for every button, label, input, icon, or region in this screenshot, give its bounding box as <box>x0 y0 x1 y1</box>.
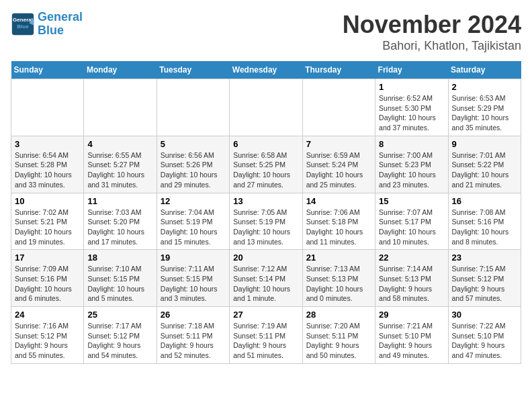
day-info: Sunrise: 7:03 AM Sunset: 5:20 PM Dayligh… <box>87 208 152 247</box>
day-number: 16 <box>452 196 517 206</box>
day-info: Sunrise: 7:15 AM Sunset: 5:12 PM Dayligh… <box>452 264 517 304</box>
calendar-cell: 14Sunrise: 7:06 AM Sunset: 5:18 PM Dayli… <box>302 193 375 250</box>
header: General Blue General Blue November 2024 … <box>11 11 521 53</box>
day-number: 13 <box>233 196 298 206</box>
day-number: 10 <box>15 196 80 206</box>
day-number: 3 <box>15 139 80 149</box>
calendar-cell: 11Sunrise: 7:03 AM Sunset: 5:20 PM Dayli… <box>84 193 157 250</box>
day-info: Sunrise: 7:14 AM Sunset: 5:13 PM Dayligh… <box>379 264 444 304</box>
day-header: Saturday <box>448 61 521 79</box>
day-header: Monday <box>84 61 157 79</box>
calendar-cell: 16Sunrise: 7:08 AM Sunset: 5:16 PM Dayli… <box>448 193 521 250</box>
calendar-cell: 10Sunrise: 7:02 AM Sunset: 5:21 PM Dayli… <box>11 193 84 250</box>
calendar-cell: 24Sunrise: 7:16 AM Sunset: 5:12 PM Dayli… <box>11 307 84 364</box>
day-number: 22 <box>379 253 444 263</box>
day-number: 8 <box>379 139 444 149</box>
day-info: Sunrise: 6:58 AM Sunset: 5:25 PM Dayligh… <box>233 150 298 190</box>
day-info: Sunrise: 7:16 AM Sunset: 5:12 PM Dayligh… <box>15 321 80 361</box>
calendar-cell: 9Sunrise: 7:01 AM Sunset: 5:22 PM Daylig… <box>448 136 521 193</box>
calendar-cell <box>302 79 375 136</box>
calendar-cell: 13Sunrise: 7:05 AM Sunset: 5:19 PM Dayli… <box>230 193 302 250</box>
day-number: 14 <box>306 196 371 206</box>
day-number: 18 <box>87 253 152 263</box>
day-header: Wednesday <box>230 61 302 79</box>
day-header: Sunday <box>11 61 84 79</box>
day-info: Sunrise: 7:20 AM Sunset: 5:11 PM Dayligh… <box>306 321 371 361</box>
calendar-week-row: 1Sunrise: 6:52 AM Sunset: 5:30 PM Daylig… <box>11 79 521 136</box>
day-number: 15 <box>379 196 444 206</box>
day-info: Sunrise: 7:01 AM Sunset: 5:22 PM Dayligh… <box>452 150 517 190</box>
calendar-cell: 4Sunrise: 6:55 AM Sunset: 5:27 PM Daylig… <box>84 136 157 193</box>
calendar-cell: 26Sunrise: 7:18 AM Sunset: 5:11 PM Dayli… <box>157 307 229 364</box>
day-info: Sunrise: 7:10 AM Sunset: 5:15 PM Dayligh… <box>87 264 152 304</box>
calendar-cell: 21Sunrise: 7:13 AM Sunset: 5:13 PM Dayli… <box>302 250 375 307</box>
calendar-cell: 22Sunrise: 7:14 AM Sunset: 5:13 PM Dayli… <box>375 250 448 307</box>
logo-icon: General Blue <box>11 12 35 36</box>
day-number: 28 <box>306 310 371 320</box>
day-info: Sunrise: 7:00 AM Sunset: 5:23 PM Dayligh… <box>379 150 444 190</box>
calendar-cell: 29Sunrise: 7:21 AM Sunset: 5:10 PM Dayli… <box>375 307 448 364</box>
logo-text: General Blue <box>38 11 83 38</box>
calendar-cell: 1Sunrise: 6:52 AM Sunset: 5:30 PM Daylig… <box>375 79 448 136</box>
calendar-cell: 3Sunrise: 6:54 AM Sunset: 5:28 PM Daylig… <box>11 136 84 193</box>
calendar-table: SundayMondayTuesdayWednesdayThursdayFrid… <box>11 61 521 364</box>
calendar-week-row: 10Sunrise: 7:02 AM Sunset: 5:21 PM Dayli… <box>11 193 521 250</box>
day-info: Sunrise: 7:05 AM Sunset: 5:19 PM Dayligh… <box>233 208 298 247</box>
day-number: 4 <box>87 139 152 149</box>
logo: General Blue General Blue <box>11 11 83 38</box>
day-number: 12 <box>161 196 226 206</box>
calendar-cell: 30Sunrise: 7:22 AM Sunset: 5:10 PM Dayli… <box>448 307 521 364</box>
day-info: Sunrise: 7:13 AM Sunset: 5:13 PM Dayligh… <box>306 264 371 304</box>
calendar-cell: 5Sunrise: 6:56 AM Sunset: 5:26 PM Daylig… <box>157 136 229 193</box>
day-info: Sunrise: 7:18 AM Sunset: 5:11 PM Dayligh… <box>161 321 226 361</box>
logo-line1: General <box>38 10 83 24</box>
logo-line2: Blue <box>38 24 64 37</box>
calendar-week-row: 3Sunrise: 6:54 AM Sunset: 5:28 PM Daylig… <box>11 136 521 193</box>
svg-text:General: General <box>13 17 33 23</box>
day-info: Sunrise: 7:07 AM Sunset: 5:17 PM Dayligh… <box>379 208 444 247</box>
day-info: Sunrise: 7:04 AM Sunset: 5:19 PM Dayligh… <box>161 208 226 247</box>
calendar-cell: 20Sunrise: 7:12 AM Sunset: 5:14 PM Dayli… <box>230 250 302 307</box>
day-number: 2 <box>452 82 517 92</box>
calendar-cell: 27Sunrise: 7:19 AM Sunset: 5:11 PM Dayli… <box>230 307 302 364</box>
calendar-cell: 8Sunrise: 7:00 AM Sunset: 5:23 PM Daylig… <box>375 136 448 193</box>
day-number: 11 <box>87 196 152 206</box>
day-info: Sunrise: 7:12 AM Sunset: 5:14 PM Dayligh… <box>233 264 298 304</box>
calendar-cell: 19Sunrise: 7:11 AM Sunset: 5:15 PM Dayli… <box>157 250 229 307</box>
day-info: Sunrise: 6:53 AM Sunset: 5:29 PM Dayligh… <box>452 93 517 133</box>
day-info: Sunrise: 7:09 AM Sunset: 5:16 PM Dayligh… <box>15 264 80 304</box>
day-number: 19 <box>161 253 226 263</box>
svg-text:Blue: Blue <box>17 24 29 30</box>
calendar-body: 1Sunrise: 6:52 AM Sunset: 5:30 PM Daylig… <box>11 79 521 364</box>
calendar-cell: 15Sunrise: 7:07 AM Sunset: 5:17 PM Dayli… <box>375 193 448 250</box>
day-number: 27 <box>233 310 298 320</box>
calendar-week-row: 17Sunrise: 7:09 AM Sunset: 5:16 PM Dayli… <box>11 250 521 307</box>
day-number: 7 <box>306 139 371 149</box>
day-info: Sunrise: 7:08 AM Sunset: 5:16 PM Dayligh… <box>452 208 517 247</box>
calendar-cell <box>230 79 302 136</box>
calendar-cell: 12Sunrise: 7:04 AM Sunset: 5:19 PM Dayli… <box>157 193 229 250</box>
calendar-cell: 23Sunrise: 7:15 AM Sunset: 5:12 PM Dayli… <box>448 250 521 307</box>
day-info: Sunrise: 7:02 AM Sunset: 5:21 PM Dayligh… <box>15 208 80 247</box>
month-title: November 2024 <box>343 11 521 39</box>
calendar-header-row: SundayMondayTuesdayWednesdayThursdayFrid… <box>11 61 521 79</box>
day-number: 23 <box>452 253 517 263</box>
calendar-cell: 6Sunrise: 6:58 AM Sunset: 5:25 PM Daylig… <box>230 136 302 193</box>
calendar-cell: 25Sunrise: 7:17 AM Sunset: 5:12 PM Dayli… <box>84 307 157 364</box>
day-header: Tuesday <box>157 61 229 79</box>
day-number: 9 <box>452 139 517 149</box>
day-number: 26 <box>161 310 226 320</box>
day-info: Sunrise: 7:21 AM Sunset: 5:10 PM Dayligh… <box>379 321 444 361</box>
day-info: Sunrise: 6:56 AM Sunset: 5:26 PM Dayligh… <box>161 150 226 190</box>
day-info: Sunrise: 7:17 AM Sunset: 5:12 PM Dayligh… <box>87 321 152 361</box>
calendar-cell: 28Sunrise: 7:20 AM Sunset: 5:11 PM Dayli… <box>302 307 375 364</box>
day-info: Sunrise: 6:52 AM Sunset: 5:30 PM Dayligh… <box>379 93 444 133</box>
day-info: Sunrise: 7:06 AM Sunset: 5:18 PM Dayligh… <box>306 208 371 247</box>
day-info: Sunrise: 6:55 AM Sunset: 5:27 PM Dayligh… <box>87 150 152 190</box>
day-info: Sunrise: 7:19 AM Sunset: 5:11 PM Dayligh… <box>233 321 298 361</box>
day-number: 20 <box>233 253 298 263</box>
day-number: 1 <box>379 82 444 92</box>
calendar-cell <box>11 79 84 136</box>
day-number: 29 <box>379 310 444 320</box>
day-header: Thursday <box>302 61 375 79</box>
